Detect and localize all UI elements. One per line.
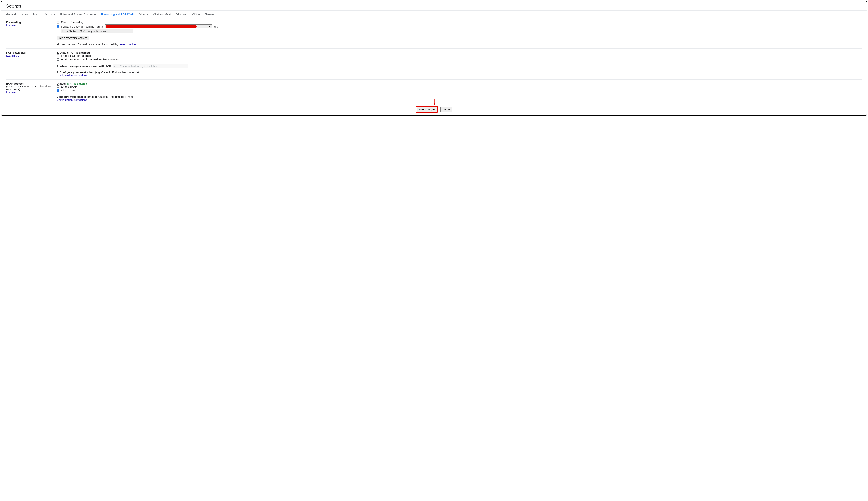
- radio-enable-imap[interactable]: [57, 85, 59, 88]
- pop-config-instructions-link[interactable]: Configuration instructions: [57, 74, 87, 77]
- label-enable-imap: Enable IMAP: [61, 85, 77, 88]
- forwarding-heading: Forwarding:: [6, 21, 53, 24]
- section-pop: POP download: Learn more 1. Status: POP …: [6, 49, 862, 79]
- pop-learn-more-link[interactable]: Learn more: [6, 54, 19, 57]
- tab-advanced[interactable]: Advanced: [175, 11, 187, 18]
- radio-forward-copy[interactable]: [57, 25, 59, 28]
- cancel-button[interactable]: Cancel: [440, 107, 452, 112]
- forwarding-address-select[interactable]: [105, 24, 212, 29]
- label-pop-all-prefix: Enable POP for: [61, 54, 80, 57]
- tab-filters[interactable]: Filters and Blocked Addresses: [60, 11, 97, 18]
- redacted-email: [106, 25, 197, 28]
- label-pop-now-prefix: Enable POP for: [61, 58, 80, 61]
- pop-when-label: 2. When messages are accessed with POP: [57, 65, 111, 68]
- tab-inbox[interactable]: Inbox: [33, 11, 40, 18]
- imap-heading: IMAP access:: [6, 82, 53, 85]
- settings-tabs: General Labels Inbox Accounts Filters an…: [1, 11, 867, 18]
- section-forwarding: Forwarding: Learn more Disable forwardin…: [6, 18, 862, 49]
- pop-status-label: 1. Status:: [57, 51, 69, 54]
- pop-configure-rest: (e.g. Outlook, Eudora, Netscape Mail): [95, 71, 140, 74]
- save-highlight: Save Changes: [416, 106, 438, 113]
- forwarding-action-select[interactable]: keep Chatwoot Mail's copy in the Inbox: [61, 29, 133, 33]
- imap-status-label: Status:: [57, 82, 67, 85]
- tab-themes[interactable]: Themes: [205, 11, 214, 18]
- radio-pop-from-now[interactable]: [57, 58, 59, 61]
- tab-accounts[interactable]: Accounts: [44, 11, 56, 18]
- create-filter-link[interactable]: creating a filter!: [119, 43, 138, 46]
- tab-general[interactable]: General: [6, 11, 16, 18]
- label-and: and: [213, 25, 218, 28]
- tab-offline[interactable]: Offline: [192, 11, 200, 18]
- tab-forwarding-pop-imap[interactable]: Forwarding and POP/IMAP: [101, 11, 134, 18]
- imap-configure-rest: (e.g. Outlook, Thunderbird, iPhone): [91, 95, 134, 98]
- forwarding-tip-text: Tip: You can also forward only some of y…: [57, 43, 119, 46]
- radio-disable-forwarding[interactable]: [57, 21, 59, 24]
- label-forward-copy: Forward a copy of incoming mail to: [61, 25, 103, 28]
- save-changes-button[interactable]: Save Changes: [417, 107, 437, 112]
- pop-action-select[interactable]: keep Chatwoot Mail's copy in the Inbox: [112, 64, 188, 68]
- radio-pop-all-mail[interactable]: [57, 54, 59, 57]
- forwarding-learn-more-link[interactable]: Learn more: [6, 24, 19, 26]
- imap-learn-more-link[interactable]: Learn more: [6, 91, 19, 94]
- imap-status-value: IMAP is enabled: [67, 82, 87, 85]
- label-pop-now-bold: mail that arrives from now on: [81, 58, 119, 61]
- imap-config-instructions-link[interactable]: Configuration instructions: [57, 98, 87, 101]
- add-forwarding-address-button[interactable]: Add a forwarding address: [57, 36, 89, 40]
- section-imap: IMAP access: (access Chatwoot Mail from …: [6, 79, 862, 104]
- tab-addons[interactable]: Add-ons: [139, 11, 149, 18]
- page-title: Settings: [1, 1, 867, 10]
- pop-configure-label: 3. Configure your email client: [57, 71, 95, 74]
- pop-heading: POP download:: [6, 51, 53, 54]
- label-disable-forwarding: Disable forwarding: [61, 21, 84, 24]
- label-disable-imap: Disable IMAP: [61, 89, 77, 92]
- footer-actions: Save Changes Cancel: [6, 104, 862, 115]
- radio-disable-imap[interactable]: [57, 89, 59, 92]
- imap-subtext: (access Chatwoot Mail from other clients…: [6, 85, 53, 91]
- pop-status-value: POP is disabled: [69, 51, 90, 54]
- tab-chat-meet[interactable]: Chat and Meet: [153, 11, 171, 18]
- imap-configure-label: Configure your email client: [57, 95, 91, 98]
- tab-labels[interactable]: Labels: [21, 11, 29, 18]
- label-pop-all-bold: all mail: [81, 54, 91, 57]
